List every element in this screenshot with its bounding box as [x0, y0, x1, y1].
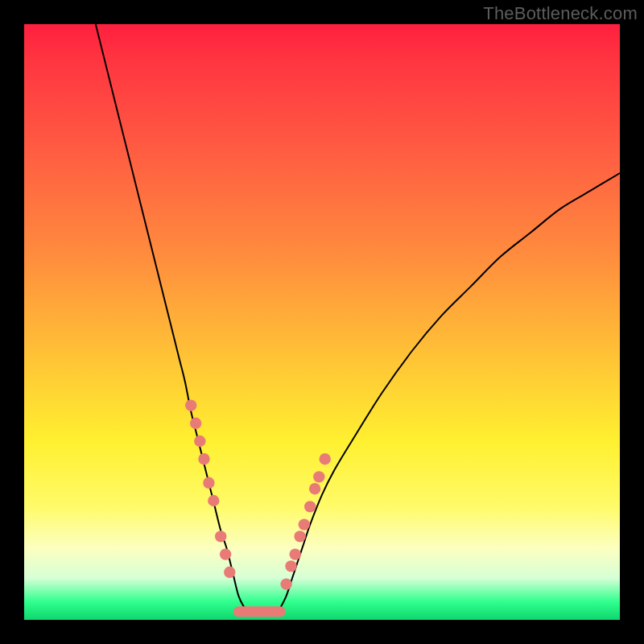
data-point: [220, 548, 231, 559]
data-point: [203, 477, 214, 489]
series-paths: [96, 24, 620, 614]
data-point: [320, 453, 331, 464]
data-point: [208, 495, 219, 506]
data-point: [309, 483, 320, 494]
series-right-branch: [280, 173, 620, 608]
plot-area: [24, 24, 620, 620]
curve-svg: [24, 24, 620, 620]
data-point: [313, 471, 324, 482]
chart-frame: TheBottleneck.com: [0, 0, 644, 644]
data-point: [194, 436, 205, 447]
data-point: [185, 399, 196, 411]
data-point: [224, 567, 235, 578]
data-point: [215, 530, 226, 542]
data-point: [304, 501, 316, 512]
data-point: [190, 418, 201, 429]
series-left-branch: [96, 24, 245, 608]
data-point: [198, 453, 209, 464]
data-point: [299, 518, 310, 530]
scatter-dots: [185, 399, 331, 589]
data-point: [280, 578, 291, 589]
data-point: [285, 560, 296, 572]
watermark-text: TheBottleneck.com: [483, 3, 638, 24]
data-point: [294, 530, 305, 542]
data-point: [290, 548, 301, 559]
